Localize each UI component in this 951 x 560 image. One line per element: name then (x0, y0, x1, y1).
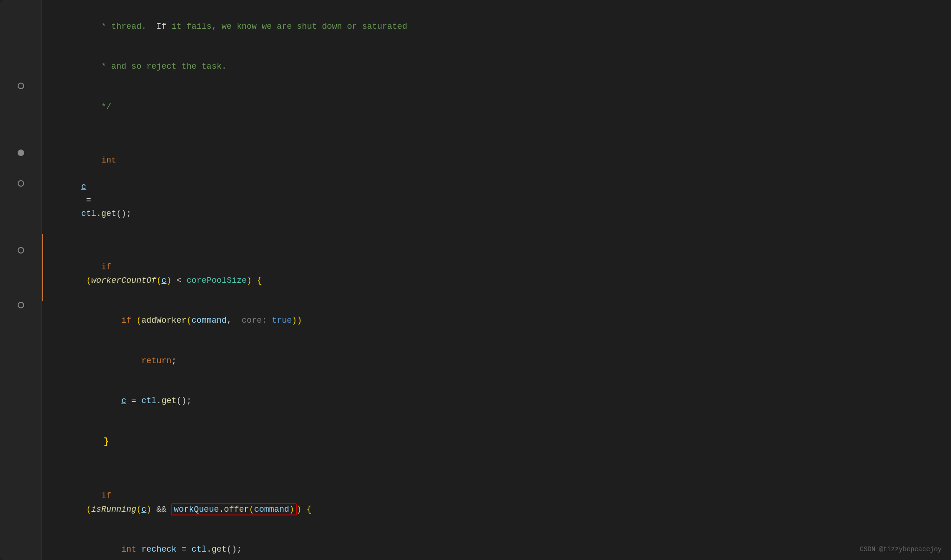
gutter-marker-4 (18, 247, 24, 254)
comment-1: * thread. If it fails, we know we are sh… (81, 22, 407, 31)
var-c4: c (141, 505, 146, 514)
comment-2: * and so reject the task. (81, 62, 227, 71)
addWorker1: addWorker (141, 316, 186, 325)
gutter-marker-2 (18, 150, 24, 156)
gutter (0, 0, 42, 560)
line-5: int c = ctl.get(); (51, 140, 937, 234)
code-area: * thread. If it fails, we know we are sh… (42, 0, 951, 560)
line-6: if (workerCountOf(c) < corePoolSize) { (51, 234, 937, 301)
left-bar (42, 234, 43, 301)
method-get3: get (212, 545, 227, 554)
line-2: * and so reject the task. (51, 46, 937, 86)
line-1: * thread. If it fails, we know we are sh… (51, 7, 937, 46)
kw-int2: int (121, 545, 136, 554)
gutter-marker-3 (18, 180, 24, 187)
gutter-marker-1 (18, 83, 24, 89)
kw-int: int (81, 156, 117, 165)
line-8: return; (51, 341, 937, 381)
isRunning1: isRunning (91, 505, 136, 514)
kw-if3: if (81, 491, 111, 501)
watermark: CSDN @tizzybepeacejoy (860, 544, 942, 554)
open-brace1: { (257, 276, 262, 285)
cmd2: command (254, 505, 289, 514)
space (81, 169, 86, 178)
method-get2: get (162, 396, 176, 405)
line-9: c = ctl.get(); (51, 381, 937, 421)
recheck: recheck (141, 545, 176, 554)
var-c3: c (121, 396, 126, 405)
bool-true: true (272, 316, 292, 325)
var-c2: c (162, 276, 167, 285)
line-13: int recheck = ctl.get(); (51, 529, 937, 560)
comment-3: */ (81, 102, 111, 111)
ctl2: ctl (141, 396, 156, 405)
editor-container: * thread. If it fails, we know we are sh… (0, 0, 951, 560)
method-get: get (101, 209, 116, 218)
ctl3: ctl (191, 545, 206, 554)
line-10: } (51, 421, 937, 463)
close-brace1: } (81, 436, 109, 447)
offer: offer (224, 505, 249, 514)
cmd1: command (192, 316, 227, 325)
line-12: if (isRunning(c) && workQueue.offer(comm… (51, 476, 937, 529)
ctl: ctl (81, 209, 96, 218)
corePoolSize: corePoolSize (187, 276, 247, 285)
line-11-blank (51, 462, 937, 476)
line-3: */ (51, 87, 937, 127)
line-7: if (addWorker(command, core: true)) (51, 301, 937, 341)
workerCountOf: workerCountOf (91, 276, 156, 285)
op-eq: = (81, 195, 96, 205)
kw-if2: if (121, 316, 131, 325)
gutter-marker-5 (18, 302, 24, 308)
workQueue: workQueue (174, 505, 219, 514)
line-4-blank (51, 127, 937, 140)
kw-return: return (141, 356, 171, 365)
highlight-workqueue: workQueue.offer(command) (171, 503, 296, 515)
kw-if1: if (81, 262, 111, 272)
var-c: c (81, 182, 86, 191)
